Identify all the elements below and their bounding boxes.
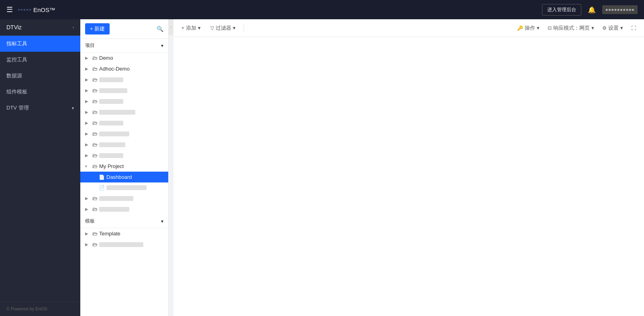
sidebar-brand[interactable]: DTViz ›	[0, 19, 80, 36]
tree-item-blurred1[interactable]: ▶ 🗁	[80, 74, 168, 85]
item-label-blurred	[106, 185, 147, 190]
tree-item-blurred8[interactable]: ▶ 🗁	[80, 150, 168, 161]
item-label-blurred	[99, 88, 127, 93]
folder-icon: 🗁	[92, 77, 98, 83]
settings-icon: ⚙	[602, 25, 607, 31]
settings-button[interactable]: ⚙ 设置 ▾	[599, 23, 626, 33]
tree-item-blurred4[interactable]: ▶ 🗁	[80, 107, 168, 117]
admin-button[interactable]: 进入管理后台	[542, 4, 581, 16]
folder-icon: 🗁	[92, 66, 98, 72]
sidebar-item-monitor[interactable]: 监控工具	[0, 52, 80, 68]
sidebar-item-label: 监控工具	[6, 56, 27, 63]
logo-dots: ⠶⠶⠶⠶⠶	[18, 8, 32, 12]
expand-arrow-icon: ▶	[85, 121, 91, 125]
section-projects-label: 项目	[85, 42, 95, 49]
expand-arrow-icon: ▶	[85, 77, 91, 82]
responsive-button[interactable]: ⊡ 响应模式：网页 ▾	[544, 23, 597, 33]
fullscreen-button[interactable]: ⛶	[628, 24, 639, 32]
section-templates-label: 模板	[85, 218, 95, 225]
user-avatar: ●●●●●●●●●●	[602, 5, 638, 14]
tree-item-blurred2[interactable]: ▶ 🗁	[80, 85, 168, 96]
tree-item-myproject[interactable]: ▾ 🗁 My Project	[80, 161, 168, 172]
search-button[interactable]: 🔍	[157, 26, 163, 32]
search-icon: 🔍	[157, 26, 163, 32]
folder-icon: 🗁	[92, 98, 98, 104]
tree-item-demo[interactable]: ▶ 🗁 Demo	[80, 53, 168, 63]
tree-item-blurred6[interactable]: ▶ 🗁	[80, 128, 168, 139]
tree-item-adhoc[interactable]: ▶ 🗁 Adhoc-Demo	[80, 63, 168, 74]
sidebar-item-components[interactable]: 组件模板	[0, 84, 80, 100]
expand-arrow-icon: ▶	[85, 242, 91, 247]
dtv-manage-arrow-icon: ▾	[72, 106, 74, 110]
tree-item-blurred-file[interactable]: 📄	[80, 182, 168, 193]
settings-arrow-icon: ▾	[620, 25, 623, 31]
brand-chevron-icon: ›	[73, 25, 74, 30]
hamburger-icon[interactable]: ☰	[6, 5, 13, 14]
sidebar-item-datasource[interactable]: 数据源	[0, 68, 80, 84]
expand-arrow-icon: ▾	[85, 164, 91, 168]
tree-item-blurred9[interactable]: ▶ 🗁	[80, 193, 168, 204]
item-label-blurred	[99, 153, 123, 158]
operate-arrow-icon: ▾	[537, 25, 540, 31]
section-templates-arrow: ▾	[161, 219, 163, 224]
tree-item-dashboard[interactable]: 📄 Dashboard	[80, 172, 168, 182]
collapse-handle[interactable]: ‹	[169, 19, 173, 35]
expand-arrow-icon: ▶	[85, 99, 91, 103]
operate-button[interactable]: 🔑 操作 ▾	[514, 23, 543, 33]
item-label: Dashboard	[106, 174, 132, 180]
add-label: 添加	[186, 24, 196, 32]
item-label-blurred	[99, 99, 123, 104]
item-label: Demo	[99, 55, 113, 61]
tree-item-blurred5[interactable]: ▶ 🗁	[80, 117, 168, 128]
tree-item-blurred-tpl[interactable]: ▶ 🗁	[80, 239, 168, 250]
tree-item-template[interactable]: ▶ 🗁 Template	[80, 228, 168, 239]
left-sidebar: DTViz › 指标工具 监控工具 数据源 组件模板 DTV 管理 ▾ © Po…	[0, 19, 80, 316]
add-button[interactable]: + 添加 ▾	[178, 23, 204, 33]
folder-open-icon: 🗁	[92, 163, 98, 169]
filter-icon: ▽	[210, 25, 214, 31]
expand-arrow-icon: ▶	[85, 142, 91, 147]
tree-item-blurred7[interactable]: ▶ 🗁	[80, 139, 168, 150]
content-area: + 新建 🔍 项目 ▾ ▶ 🗁 Demo	[80, 19, 644, 316]
folder-icon: 🗁	[92, 241, 98, 247]
settings-label: 设置	[608, 24, 619, 32]
sidebar-item-label: 数据源	[6, 72, 22, 79]
main-layout: DTViz › 指标工具 监控工具 数据源 组件模板 DTV 管理 ▾ © Po…	[0, 0, 644, 316]
folder-icon: 🗁	[92, 206, 98, 212]
operate-icon: 🔑	[517, 25, 523, 31]
folder-icon: 🗁	[92, 109, 98, 115]
item-label-blurred	[99, 207, 129, 212]
bell-icon[interactable]: 🔔	[588, 6, 596, 14]
section-projects[interactable]: 项目 ▾	[80, 39, 168, 53]
logo-name: EnOS™	[33, 6, 55, 13]
item-label: My Project	[99, 163, 124, 169]
collapse-icon: ‹	[171, 25, 172, 29]
item-label: Adhoc-Demo	[99, 66, 130, 72]
tree-item-blurred10[interactable]: ▶ 🗁	[80, 204, 168, 215]
fullscreen-icon: ⛶	[631, 25, 636, 31]
tree-item-blurred3[interactable]: ▶ 🗁	[80, 96, 168, 107]
main-view: + 添加 ▾ ▽ 过滤器 ▾ 🔑 操作 ▾ ⊡	[173, 19, 644, 316]
filter-button[interactable]: ▽ 过滤器 ▾	[207, 23, 239, 33]
file-tree-content: 项目 ▾ ▶ 🗁 Demo ▶ 🗁 Adhoc-Demo ▶	[80, 39, 168, 316]
expand-arrow-icon: ▶	[85, 196, 91, 201]
new-button[interactable]: + 新建	[85, 23, 110, 34]
expand-arrow-icon: ▶	[85, 231, 91, 236]
file-icon: 📄	[99, 185, 105, 190]
sidebar-menu: 指标工具 监控工具 数据源 组件模板 DTV 管理 ▾	[0, 36, 80, 301]
item-label-blurred	[99, 196, 133, 201]
filter-label: 过滤器	[216, 24, 231, 32]
section-templates[interactable]: 模板 ▾	[80, 215, 168, 228]
sidebar-item-dtv-manage[interactable]: DTV 管理 ▾	[0, 100, 80, 116]
filter-arrow-icon: ▾	[233, 25, 236, 31]
item-label-blurred	[99, 110, 135, 115]
file-tree-panel: + 新建 🔍 项目 ▾ ▶ 🗁 Demo	[80, 19, 169, 316]
folder-icon: 🗁	[92, 231, 98, 237]
main-canvas	[173, 37, 644, 316]
add-arrow-icon: ▾	[198, 25, 201, 31]
sidebar-item-metrics[interactable]: 指标工具	[0, 36, 80, 52]
item-label: Template	[99, 231, 120, 237]
item-label-blurred	[99, 142, 125, 147]
item-label-blurred	[99, 77, 123, 82]
toolbar-right: 🔑 操作 ▾ ⊡ 响应模式：网页 ▾ ⚙ 设置 ▾	[514, 23, 639, 33]
